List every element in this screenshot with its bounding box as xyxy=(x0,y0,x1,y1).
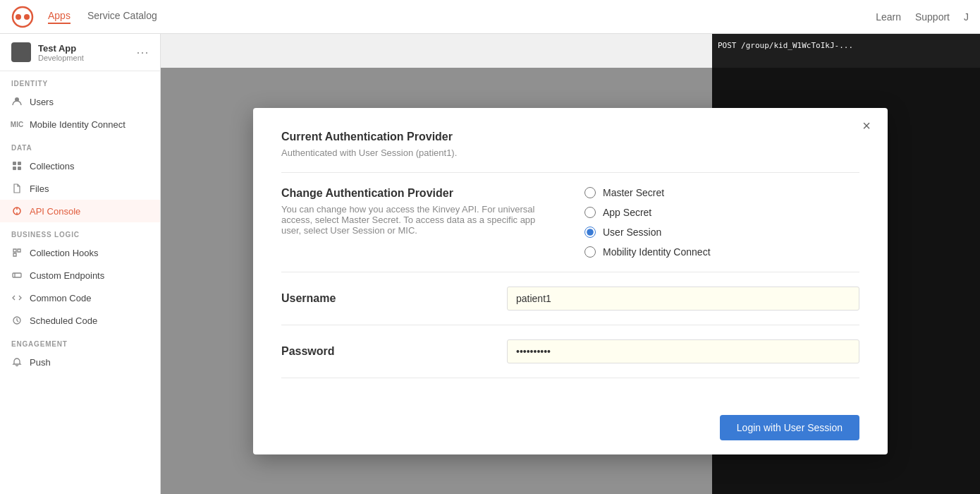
auth-options: Master Secret App Secret User Session xyxy=(584,187,859,258)
section-identity-label: IDENTITY xyxy=(0,71,160,90)
layout: Test App Development ⋯ IDENTITY Users MI… xyxy=(0,34,980,494)
code-icon xyxy=(11,292,23,303)
user-icon xyxy=(11,96,23,107)
username-input[interactable] xyxy=(507,287,859,311)
section-engagement-label: ENGAGEMENT xyxy=(0,332,160,351)
radio-user-session[interactable]: User Session xyxy=(584,227,859,238)
login-button[interactable]: Login with User Session xyxy=(720,415,859,440)
sidebar-item-custom-endpoints-label: Custom Endpoints xyxy=(30,270,104,281)
sidebar-item-scheduled-code[interactable]: Scheduled Code xyxy=(0,309,160,332)
logo[interactable] xyxy=(11,6,34,28)
sidebar-item-scheduled-code-label: Scheduled Code xyxy=(30,315,97,326)
app-name: Test App xyxy=(38,43,84,54)
radio-user-session-label: User Session xyxy=(603,227,661,238)
app-env: Development xyxy=(38,54,84,62)
sidebar-item-collection-hooks-label: Collection Hooks xyxy=(30,248,99,258)
radio-user-session-input[interactable] xyxy=(584,227,596,238)
sidebar: Test App Development ⋯ IDENTITY Users MI… xyxy=(0,34,161,494)
sidebar-item-push-label: Push xyxy=(30,357,51,368)
sidebar-item-mic-label: Mobile Identity Connect xyxy=(30,119,125,130)
change-auth-description: You can change how you access the Kinvey… xyxy=(281,204,556,236)
change-auth-title: Change Authentication Provider xyxy=(281,187,556,200)
sidebar-item-users[interactable]: Users xyxy=(0,90,160,113)
change-auth-section: Change Authentication Provider You can c… xyxy=(281,173,859,272)
svg-rect-4 xyxy=(13,162,16,165)
plug-icon xyxy=(11,205,23,217)
endpoint-icon xyxy=(11,270,23,281)
collections-icon xyxy=(11,160,23,171)
username-label: Username xyxy=(281,292,479,305)
sidebar-item-common-code[interactable]: Common Code xyxy=(0,287,160,309)
top-nav-links: Apps Service Catalog xyxy=(48,10,157,24)
sidebar-item-mic[interactable]: MIC Mobile Identity Connect xyxy=(0,113,160,135)
main-content: POST /group/kid_W1WcToIkJ-... × Current … xyxy=(161,34,980,494)
sidebar-item-push[interactable]: Push xyxy=(0,351,160,373)
nav-service-catalog[interactable]: Service Catalog xyxy=(87,10,157,24)
sidebar-item-files[interactable]: Files xyxy=(0,177,160,200)
top-nav: Apps Service Catalog Learn Support J xyxy=(0,0,980,34)
svg-rect-5 xyxy=(18,162,21,165)
radio-master-secret-label: Master Secret xyxy=(603,187,664,198)
radio-mic[interactable]: Mobility Identity Connect xyxy=(584,246,859,258)
app-menu-dots[interactable]: ⋯ xyxy=(136,44,149,60)
sidebar-item-custom-endpoints[interactable]: Custom Endpoints xyxy=(0,264,160,287)
nav-user[interactable]: J xyxy=(964,11,969,23)
sidebar-item-collections[interactable]: Collections xyxy=(0,155,160,177)
svg-point-1 xyxy=(16,14,21,20)
change-auth-left: Change Authentication Provider You can c… xyxy=(281,187,556,236)
svg-rect-11 xyxy=(13,273,21,277)
radio-mic-input[interactable] xyxy=(584,246,596,258)
username-section: Username xyxy=(281,272,859,325)
top-nav-right: Learn Support J xyxy=(876,11,969,23)
files-icon xyxy=(11,183,23,194)
modal-footer: Login with User Session xyxy=(253,401,888,454)
hook-icon xyxy=(11,247,23,258)
modal: × Current Authentication Provider Authen… xyxy=(253,108,888,454)
sidebar-item-common-code-label: Common Code xyxy=(30,293,91,303)
clock-icon xyxy=(11,315,23,326)
sidebar-item-users-label: Users xyxy=(30,97,54,107)
radio-app-secret[interactable]: App Secret xyxy=(584,207,859,218)
section-data-label: DATA xyxy=(0,135,160,155)
mic-icon: MIC xyxy=(11,119,23,130)
nav-support[interactable]: Support xyxy=(915,11,950,23)
sidebar-item-api-console[interactable]: API Console xyxy=(0,200,160,222)
nav-learn[interactable]: Learn xyxy=(876,11,901,23)
current-auth-section: Current Authentication Provider Authenti… xyxy=(281,131,859,173)
password-section: Password xyxy=(281,325,859,378)
bell-icon xyxy=(11,356,23,368)
sidebar-item-api-console-label: API Console xyxy=(30,206,80,217)
svg-rect-7 xyxy=(18,167,21,170)
password-label: Password xyxy=(281,345,479,358)
radio-app-secret-input[interactable] xyxy=(584,207,596,218)
radio-master-secret[interactable]: Master Secret xyxy=(584,187,859,198)
sidebar-item-files-label: Files xyxy=(30,183,49,194)
radio-master-secret-input[interactable] xyxy=(584,187,596,198)
change-auth-row: Change Authentication Provider You can c… xyxy=(281,187,859,258)
password-input[interactable] xyxy=(507,339,859,363)
log-entry: POST /group/kid_W1WcToIkJ-... xyxy=(718,40,974,52)
app-info: Test App Development xyxy=(38,43,84,62)
sidebar-item-collections-label: Collections xyxy=(30,161,75,171)
radio-mic-label: Mobility Identity Connect xyxy=(603,246,711,258)
svg-rect-6 xyxy=(13,167,16,170)
current-auth-description: Authenticated with User Session (patient… xyxy=(281,147,859,158)
nav-apps[interactable]: Apps xyxy=(48,10,71,24)
sidebar-item-collection-hooks[interactable]: Collection Hooks xyxy=(0,241,160,264)
app-icon xyxy=(11,42,31,62)
svg-point-2 xyxy=(24,14,30,20)
section-business-label: BUSINESS LOGIC xyxy=(0,222,160,241)
radio-app-secret-label: App Secret xyxy=(603,207,651,218)
sidebar-app-header: Test App Development ⋯ xyxy=(0,34,160,71)
modal-overlay: × Current Authentication Provider Authen… xyxy=(161,68,980,494)
modal-body: Current Authentication Provider Authenti… xyxy=(253,108,888,401)
current-auth-title: Current Authentication Provider xyxy=(281,131,859,143)
modal-close-button[interactable]: × xyxy=(857,116,876,136)
